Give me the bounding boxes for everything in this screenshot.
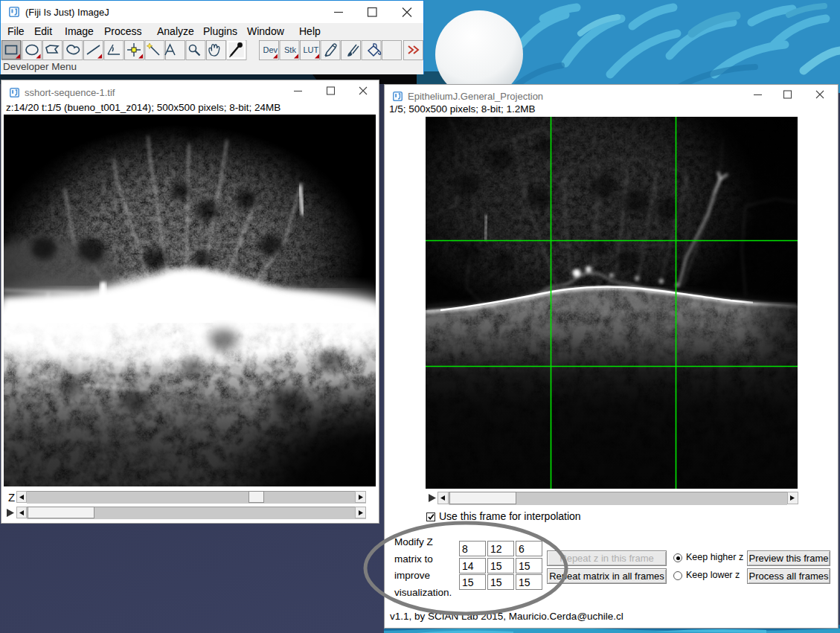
svg-text:LUT: LUT [304, 45, 319, 54]
svg-text:Stk: Stk [284, 45, 296, 54]
svg-text:Dev: Dev [263, 45, 278, 54]
